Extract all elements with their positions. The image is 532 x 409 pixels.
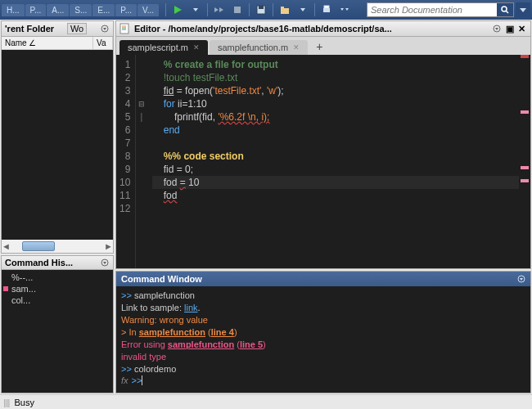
- code-line[interactable]: [152, 202, 519, 215]
- svg-marker-18: [103, 28, 106, 30]
- cmd-link[interactable]: samplefunction: [168, 339, 234, 349]
- command-window-header[interactable]: Command Window: [116, 272, 530, 286]
- maximize-icon[interactable]: ▣: [504, 24, 516, 34]
- history-item[interactable]: sam...: [3, 283, 111, 294]
- code-marker[interactable]: [521, 166, 529, 169]
- folder-panel-header[interactable]: 'rent Folder Wo: [2, 21, 113, 37]
- svg-marker-3: [219, 7, 223, 12]
- cmd-input-row[interactable]: fx>>: [121, 375, 525, 385]
- cmd-link[interactable]: samplefunction: [139, 327, 205, 337]
- editor-tab-bar: samplescript.m✕samplefunction.m✕+: [116, 37, 530, 55]
- code-line[interactable]: fid = fopen('testFile.txt', 'w');: [152, 84, 519, 97]
- svg-marker-13: [345, 8, 349, 11]
- code-line[interactable]: end: [152, 124, 519, 137]
- toolstrip-tab[interactable]: A...: [47, 4, 69, 16]
- panel-menu-icon[interactable]: [100, 258, 110, 267]
- save-button[interactable]: [253, 2, 269, 17]
- folder-columns: Name ∠ Va: [2, 37, 113, 50]
- step-button[interactable]: [211, 2, 228, 17]
- code-line[interactable]: fod = 10: [152, 176, 519, 189]
- run-button[interactable]: [169, 2, 186, 17]
- svg-line-15: [506, 11, 508, 13]
- marker-column[interactable]: [519, 55, 530, 268]
- svg-marker-26: [495, 28, 498, 30]
- close-icon[interactable]: ✕: [516, 24, 527, 34]
- history-panel-title: Command His...: [5, 258, 73, 267]
- close-icon[interactable]: ✕: [193, 43, 200, 52]
- history-panel-header[interactable]: Command His...: [2, 256, 113, 270]
- toolstrip-tab[interactable]: S...: [70, 4, 92, 16]
- folder-btn[interactable]: Wo: [67, 23, 87, 34]
- cmd-line: >> samplefunction: [121, 290, 525, 302]
- code-body[interactable]: % create a file for output !touch testFi…: [147, 55, 519, 268]
- svg-rect-10: [323, 8, 330, 12]
- quick-access: [164, 2, 353, 17]
- toolstrip-tab[interactable]: H...: [2, 4, 25, 16]
- code-marker[interactable]: [521, 55, 529, 58]
- open-dropdown[interactable]: [295, 2, 311, 17]
- stop-button[interactable]: [229, 2, 246, 17]
- history-item[interactable]: col...: [3, 294, 111, 306]
- toolstrip-tab[interactable]: P...: [115, 4, 137, 16]
- command-window-title: Command Window: [121, 274, 202, 284]
- code-line[interactable]: for ii=1:10: [152, 97, 519, 110]
- editor-icon: [119, 23, 131, 34]
- panel-menu-icon[interactable]: [493, 25, 504, 33]
- cmd-line: Link to sample: link.: [121, 302, 525, 314]
- code-line[interactable]: fprintf(fid, '%6.2f \n, i);: [152, 110, 519, 124]
- code-line[interactable]: % create a file for output: [152, 58, 519, 71]
- code-line[interactable]: [152, 137, 519, 150]
- cmd-line: Warning: wrong value: [121, 314, 525, 326]
- cmd-link[interactable]: line 4: [211, 327, 234, 337]
- add-tab-button[interactable]: +: [309, 38, 329, 55]
- cmd-line: >> colordemo: [121, 363, 525, 375]
- col-name[interactable]: Name ∠: [2, 37, 93, 49]
- scroll-thumb[interactable]: [22, 241, 55, 251]
- editor-tab[interactable]: samplefunction.m✕: [210, 40, 308, 55]
- more-button[interactable]: [336, 2, 353, 17]
- command-window-panel: Command Window >> samplefunctionLink to …: [115, 271, 531, 393]
- svg-rect-11: [324, 6, 329, 8]
- open-button[interactable]: [277, 2, 293, 17]
- close-icon[interactable]: ✕: [293, 43, 300, 52]
- status-grip-icon: ||||: [3, 398, 9, 407]
- cmd-link[interactable]: link: [184, 303, 198, 312]
- code-marker[interactable]: [521, 110, 529, 114]
- editor-title: Editor - /home/andy/projects/base16-matl…: [134, 24, 493, 34]
- panel-menu-icon[interactable]: [517, 275, 525, 283]
- cmd-link[interactable]: line 5: [240, 339, 263, 349]
- editor-tab[interactable]: samplescript.m✕: [119, 40, 208, 55]
- run-dropdown[interactable]: [187, 2, 204, 17]
- history-item[interactable]: %--...: [3, 272, 111, 283]
- col-value[interactable]: Va: [93, 37, 113, 49]
- layout-dropdown[interactable]: [516, 2, 530, 17]
- code-line[interactable]: fid = 0;: [152, 163, 519, 176]
- svg-rect-8: [281, 7, 284, 9]
- search-input[interactable]: [367, 5, 497, 15]
- code-marker[interactable]: [521, 179, 529, 182]
- code-line[interactable]: fod: [152, 189, 519, 202]
- svg-rect-7: [281, 8, 289, 14]
- command-window-body[interactable]: >> samplefunctionLink to sample: link.Wa…: [116, 286, 530, 393]
- print-button[interactable]: [318, 2, 335, 17]
- editor-header[interactable]: Editor - /home/andy/projects/base16-matl…: [116, 21, 530, 37]
- history-list[interactable]: %--...sam...col...: [2, 270, 113, 393]
- svg-marker-1: [193, 8, 198, 11]
- code-line[interactable]: %% code section: [152, 150, 519, 163]
- status-text: Busy: [14, 398, 34, 407]
- fx-icon[interactable]: fx: [121, 375, 128, 385]
- folder-list[interactable]: [2, 50, 113, 240]
- search-button[interactable]: [497, 3, 513, 16]
- code-line[interactable]: !touch testFile.txt: [152, 71, 519, 84]
- toolstrip-tab[interactable]: E...: [92, 4, 115, 16]
- svg-rect-21: [120, 24, 128, 34]
- folder-scrollbar[interactable]: ◄ ►: [2, 240, 113, 253]
- code-editor[interactable]: 123456789101112 ⊟│ % create a file for o…: [116, 55, 530, 268]
- toolstrip-tab[interactable]: P...: [25, 4, 47, 16]
- current-folder-panel: 'rent Folder Wo Name ∠ Va ◄ ►: [1, 20, 114, 254]
- toolstrip-tab[interactable]: V...: [138, 4, 159, 16]
- svg-marker-20: [103, 262, 106, 264]
- svg-marker-0: [174, 6, 182, 14]
- panel-menu-icon[interactable]: [100, 24, 110, 34]
- fold-column: ⊟│: [136, 55, 147, 268]
